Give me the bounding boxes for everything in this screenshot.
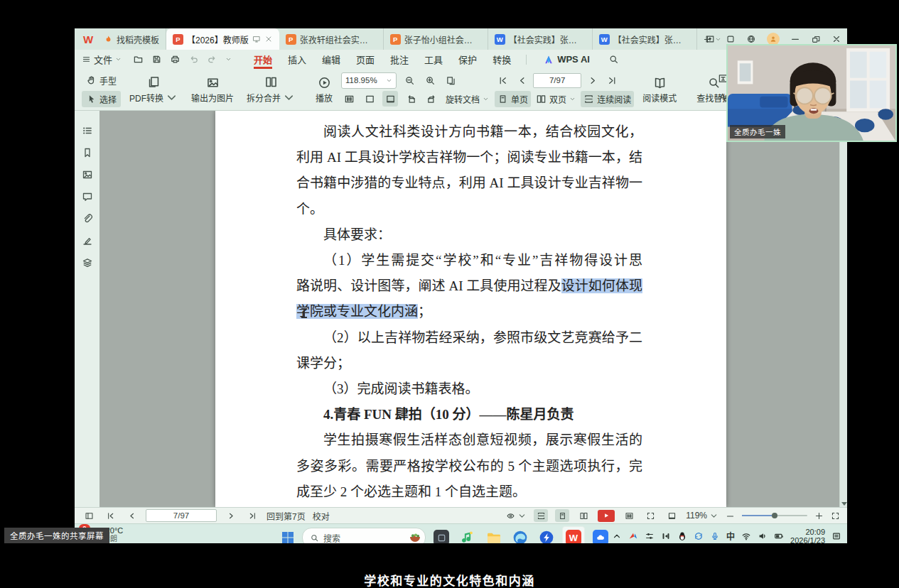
taskbar-clock[interactable]: 20:09 2026/1/23	[790, 528, 825, 544]
tab-teacher-pdf[interactable]: P 【2026】教师版	[166, 28, 279, 50]
continuous-view-button[interactable]	[534, 509, 548, 522]
menu-tab-page[interactable]: 页面	[348, 50, 382, 69]
zoom-slider[interactable]	[742, 515, 807, 516]
double-page-dropdown[interactable]: 双页	[533, 91, 578, 107]
signature-icon[interactable]	[82, 235, 93, 246]
menu-tab-insert[interactable]: 插入	[280, 50, 314, 69]
read-mode-button[interactable]: 阅读模式	[638, 70, 681, 109]
tray-qq-icon[interactable]	[677, 531, 687, 541]
zoom-level-dropdown[interactable]: 118.95%	[341, 72, 397, 89]
close-icon[interactable]	[831, 34, 841, 44]
zoom-out-icon[interactable]	[726, 511, 735, 521]
tab-docer-templates[interactable]: 找稻壳模板	[97, 28, 166, 50]
tab-ppt-zhangzixuan[interactable]: P 张孜轩组社会实践学期中	[279, 28, 384, 50]
volume-icon[interactable]	[758, 531, 768, 541]
single-page-view-button[interactable]	[555, 509, 569, 522]
back-to-page-button[interactable]: 回到第7页	[267, 510, 306, 522]
fit-page-button[interactable]	[622, 509, 636, 522]
workspace-icon[interactable]	[726, 34, 736, 44]
page-number-input[interactable]: 7/97	[533, 73, 581, 88]
share-screen-icon[interactable]	[705, 34, 715, 44]
bookmark-icon[interactable]	[82, 147, 93, 158]
proofread-button[interactable]: 校对	[313, 510, 330, 522]
taskbar-search[interactable]: 搜索	[302, 528, 426, 543]
zoom-dropdown[interactable]: 119%	[686, 511, 718, 521]
notification-center-icon[interactable]	[831, 531, 841, 541]
menu-tab-protect[interactable]: 保护	[451, 50, 485, 69]
fit-screen-button[interactable]	[643, 509, 657, 522]
tab-word-zhangziyi[interactable]: W 【社会实践】张子怡小组	[593, 28, 697, 50]
prev-page-button[interactable]	[514, 72, 529, 88]
attachment-icon[interactable]	[82, 213, 93, 224]
taskbar-app-music[interactable]	[457, 527, 478, 543]
last-page-button[interactable]	[245, 509, 259, 522]
pdf-convert-button[interactable]: PDF转换	[125, 70, 183, 109]
thumbnail-icon[interactable]	[82, 169, 93, 180]
open-folder-icon[interactable]	[133, 54, 144, 65]
first-page-button[interactable]	[103, 509, 117, 522]
next-page-button[interactable]	[585, 72, 601, 88]
zoom-slider-knob[interactable]	[772, 513, 777, 518]
search-icon[interactable]	[608, 54, 619, 65]
fit-width-button[interactable]	[382, 91, 398, 107]
page-number-input[interactable]: 7/97	[146, 509, 217, 522]
wifi-icon[interactable]	[741, 531, 751, 541]
tray-expand-icon[interactable]	[612, 531, 622, 541]
document-view[interactable]: 阅读人文社科类设计方向书籍一本，结合校园文化， 利用 AI 工具设计学校吉祥物一…	[99, 111, 847, 507]
tray-sync-icon[interactable]	[694, 531, 704, 541]
redo-icon[interactable]	[207, 54, 217, 65]
rotate-doc-dropdown[interactable]: 旋转文档	[444, 91, 490, 107]
tab-ppt-zhangziyi[interactable]: P 张子怡小组社会实践学期	[384, 28, 488, 50]
file-menu[interactable]: 文件	[82, 53, 122, 66]
actual-size-button[interactable]	[341, 91, 357, 107]
taskbar-app-thunder[interactable]	[536, 527, 557, 543]
toggle-sidebar-button[interactable]	[82, 509, 96, 522]
taskbar-app-wps[interactable]: W	[562, 526, 585, 543]
wps-ai-button[interactable]: WPS AI	[544, 54, 590, 65]
select-tool-button[interactable]: 选择	[82, 91, 121, 107]
tray-mic-icon[interactable]	[710, 531, 720, 541]
next-page-button[interactable]	[224, 509, 238, 522]
start-button[interactable]	[278, 528, 297, 544]
layers-icon[interactable]	[82, 257, 93, 268]
restore-icon[interactable]	[811, 34, 821, 44]
battery-icon[interactable]	[774, 531, 784, 541]
taskbar-app-device[interactable]	[431, 527, 452, 543]
tray-settings-sliders-icon[interactable]	[645, 531, 655, 541]
prev-page-button[interactable]	[124, 509, 139, 522]
save-icon[interactable]	[151, 54, 162, 65]
view-options-dropdown[interactable]	[506, 511, 527, 521]
menu-tab-edit[interactable]: 编辑	[314, 50, 348, 69]
menu-tab-comment[interactable]: 批注	[382, 50, 416, 69]
menu-tab-home[interactable]: 开始	[246, 50, 280, 69]
hand-tool-button[interactable]: 手型	[82, 72, 121, 89]
double-page-view-button[interactable]	[576, 509, 591, 522]
last-page-button[interactable]	[604, 72, 620, 88]
single-page-button[interactable]: 单页	[495, 91, 531, 107]
play-button[interactable]: 播放	[311, 70, 337, 109]
fullscreen-icon[interactable]	[831, 511, 840, 521]
scroll-down-arrow-icon[interactable]	[841, 502, 847, 506]
taskbar-app-explorer[interactable]	[483, 527, 505, 543]
zoom-in-button[interactable]	[422, 72, 438, 88]
first-page-button[interactable]	[495, 72, 510, 88]
quick-access-chevron-icon[interactable]	[225, 56, 232, 62]
undo-icon[interactable]	[188, 54, 199, 65]
taskbar-app-edge[interactable]	[510, 527, 531, 543]
comment-icon[interactable]	[82, 191, 93, 202]
outline-icon[interactable]	[82, 125, 93, 136]
vertical-scrollbar[interactable]	[839, 111, 847, 507]
webcam-video[interactable]: 全质办毛一姝	[726, 44, 897, 142]
zoom-out-button[interactable]	[402, 72, 417, 88]
pdf-page[interactable]: 阅读人文社科类设计方向书籍一本，结合校园文化， 利用 AI 工具设计学校吉祥物一…	[215, 111, 726, 507]
tab-word-zhangzixuan[interactable]: W 【社会实践】张孜轩小组	[488, 28, 593, 50]
minimize-icon[interactable]	[790, 34, 800, 44]
zoom-in-icon[interactable]	[814, 511, 824, 521]
autoplay-button[interactable]	[598, 510, 615, 522]
rotate-left-button[interactable]	[403, 91, 419, 107]
menu-tab-convert[interactable]: 转换	[485, 50, 519, 69]
globe-icon[interactable]	[746, 34, 756, 44]
split-merge-button[interactable]: 拆分合并	[242, 70, 300, 109]
menu-tab-tools[interactable]: 工具	[416, 50, 451, 69]
fit-page-button[interactable]	[362, 91, 377, 107]
